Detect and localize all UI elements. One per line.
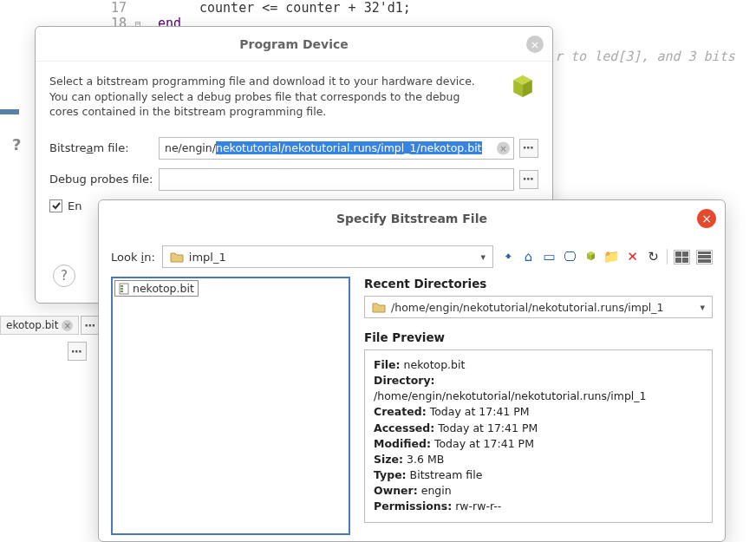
panel-separator [0, 109, 19, 114]
recent-directories-title: Recent Directories [364, 277, 713, 291]
home-icon[interactable]: ⌂ [521, 250, 536, 264]
monitor-icon[interactable]: 🖵 [563, 250, 577, 264]
folder-icon [372, 302, 386, 313]
debug-probes-label: Debug probes file: [49, 173, 159, 186]
checkbox-label: En [68, 199, 81, 212]
file-item-selected[interactable]: nekotop.bit [114, 280, 199, 297]
recent-directories-select[interactable]: /home/engin/nekotutorial/nekotutorial.ru… [364, 296, 713, 318]
delete-icon[interactable]: ✕ [625, 250, 640, 264]
folder-tree-icon[interactable]: ▭ [542, 250, 557, 264]
folder-icon [170, 251, 184, 263]
lookin-select[interactable]: impl_1 ▾ [162, 245, 493, 268]
tab-close-icon[interactable]: × [62, 320, 73, 331]
vivado-logo-icon [507, 74, 538, 105]
code-editor-bg: 17 counter <= counter + 32'd1; 18 ⊟ end [104, 0, 756, 26]
clear-icon[interactable]: × [497, 141, 510, 154]
browse-debug-button[interactable]: ⋯ [519, 170, 538, 189]
dialog-title: Program Device [239, 37, 348, 51]
specify-bitstream-dialog: Specify Bitstream File × Look in: impl_1… [98, 199, 726, 542]
dialog-titlebar: Program Device × [36, 27, 552, 62]
background-tab-bar: ekotop.bit × ⋯ [0, 316, 100, 335]
svg-rect-8 [121, 288, 123, 290]
file-toolbar: 🠹 ⌂ ▭ 🖵 📁 ✕ ↻ [500, 249, 713, 264]
bitstream-file-icon [119, 283, 129, 295]
lookin-label: Look in: [111, 251, 155, 264]
code-comment-bg: r to led[3], and 3 bits [555, 49, 735, 64]
tab-label: ekotop.bit [6, 319, 58, 331]
panel-overflow-button[interactable]: ⋯ [68, 342, 87, 361]
line-number: 17 [104, 0, 135, 16]
close-button[interactable]: × [526, 36, 544, 53]
help-icon[interactable]: ? [12, 135, 21, 153]
refresh-icon[interactable]: ↻ [646, 250, 661, 264]
dialog-description: Select a bitstream programming file and … [36, 62, 552, 132]
view-grid-button[interactable] [674, 250, 690, 264]
browse-bitstream-button[interactable]: ⋯ [519, 139, 538, 158]
dialog-titlebar: Specify Bitstream File × [99, 200, 725, 237]
code-text: counter <= counter + 32'd1; [147, 0, 411, 16]
debug-probes-input[interactable] [159, 168, 514, 191]
svg-rect-9 [121, 291, 123, 292]
chevron-down-icon: ▾ [700, 302, 705, 313]
svg-rect-7 [121, 285, 123, 287]
dialog-title: Specify Bitstream File [336, 212, 487, 225]
file-tab[interactable]: ekotop.bit × [0, 316, 79, 335]
view-list-button[interactable] [696, 250, 713, 264]
bitstream-file-label: Bitstream file: [49, 141, 159, 154]
up-arrow-icon[interactable]: 🠹 [500, 250, 515, 264]
file-list[interactable]: nekotop.bit [111, 277, 350, 535]
bitstream-file-input[interactable]: ne/engin/nekotutorial/nekotutorial.runs/… [159, 137, 514, 160]
file-preview-title: File Preview [364, 330, 713, 344]
help-button[interactable]: ? [53, 264, 75, 287]
enable-checkbox[interactable] [49, 199, 62, 212]
new-folder-icon[interactable]: 📁 [604, 250, 619, 264]
file-preview-panel: File: nekotop.bit Directory: /home/engin… [364, 349, 713, 523]
vivado-icon[interactable] [583, 250, 598, 264]
chevron-down-icon: ▾ [480, 251, 486, 263]
close-button[interactable]: × [697, 209, 716, 228]
